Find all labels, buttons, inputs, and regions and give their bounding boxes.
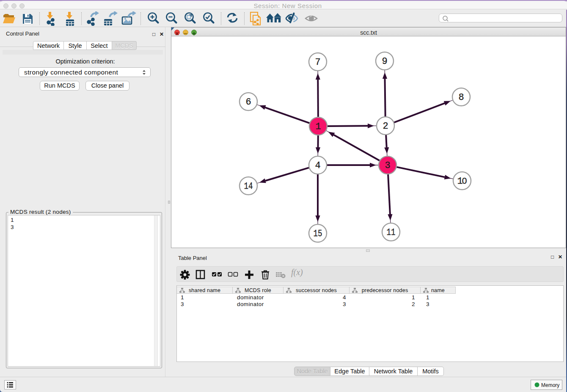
svg-text:4: 4 — [315, 160, 320, 171]
svg-text:7: 7 — [315, 57, 320, 68]
svg-text:1: 1 — [315, 121, 321, 132]
svg-text:0: 0 — [462, 176, 467, 185]
svg-text:14: 14 — [244, 181, 253, 192]
svg-text:8: 8 — [458, 92, 464, 103]
svg-text:9: 9 — [382, 56, 387, 67]
svg-text:2: 2 — [383, 121, 388, 132]
svg-text:15: 15 — [314, 229, 322, 239]
svg-text:6: 6 — [245, 97, 251, 108]
svg-text:3: 3 — [385, 160, 390, 171]
svg-text:11: 11 — [387, 227, 396, 238]
